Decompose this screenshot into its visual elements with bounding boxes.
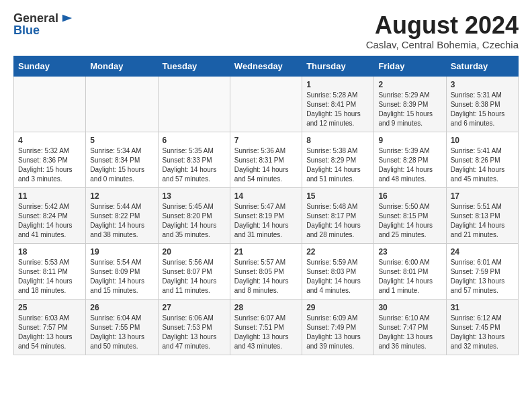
day-number: 4 [18, 136, 81, 145]
logo: General Blue [13, 12, 73, 38]
location-subtitle: Caslav, Central Bohemia, Czechia [366, 39, 519, 50]
day-number: 23 [378, 247, 441, 257]
day-info: Sunrise: 5:39 AM Sunset: 8:28 PM Dayligh… [378, 146, 441, 184]
day-number: 7 [234, 136, 298, 145]
header-monday: Monday [86, 56, 158, 76]
calendar-cell [230, 76, 302, 132]
calendar-cell [86, 76, 158, 132]
day-info: Sunrise: 5:32 AM Sunset: 8:36 PM Dayligh… [18, 146, 81, 184]
calendar-cell: 26Sunrise: 6:04 AM Sunset: 7:55 PM Dayli… [86, 299, 158, 355]
week-row-3: 11Sunrise: 5:42 AM Sunset: 8:24 PM Dayli… [14, 187, 519, 243]
calendar-cell: 30Sunrise: 6:10 AM Sunset: 7:47 PM Dayli… [374, 299, 446, 355]
calendar-cell: 25Sunrise: 6:03 AM Sunset: 7:57 PM Dayli… [14, 299, 86, 355]
calendar-cell: 7Sunrise: 5:36 AM Sunset: 8:31 PM Daylig… [230, 132, 302, 187]
day-info: Sunrise: 6:07 AM Sunset: 7:51 PM Dayligh… [234, 314, 298, 351]
calendar-cell: 15Sunrise: 5:48 AM Sunset: 8:17 PM Dayli… [302, 187, 374, 243]
calendar-cell: 16Sunrise: 5:50 AM Sunset: 8:15 PM Dayli… [374, 187, 446, 243]
day-number: 16 [378, 191, 441, 201]
header-tuesday: Tuesday [158, 56, 230, 76]
day-number: 3 [451, 80, 514, 89]
calendar-cell [158, 76, 230, 132]
calendar-cell: 21Sunrise: 5:57 AM Sunset: 8:05 PM Dayli… [230, 243, 302, 299]
day-info: Sunrise: 5:28 AM Sunset: 8:41 PM Dayligh… [306, 91, 369, 128]
day-number: 9 [378, 136, 441, 145]
day-number: 2 [378, 80, 441, 89]
calendar-header-row: SundayMondayTuesdayWednesdayThursdayFrid… [14, 56, 519, 76]
day-info: Sunrise: 5:29 AM Sunset: 8:39 PM Dayligh… [378, 91, 441, 128]
day-info: Sunrise: 5:51 AM Sunset: 8:13 PM Dayligh… [451, 202, 514, 240]
day-info: Sunrise: 5:31 AM Sunset: 8:38 PM Dayligh… [451, 91, 514, 128]
day-number: 6 [163, 136, 226, 145]
day-info: Sunrise: 5:35 AM Sunset: 8:33 PM Dayligh… [163, 146, 226, 184]
calendar-cell: 20Sunrise: 5:56 AM Sunset: 8:07 PM Dayli… [158, 243, 230, 299]
calendar-cell: 6Sunrise: 5:35 AM Sunset: 8:33 PM Daylig… [158, 132, 230, 187]
header-thursday: Thursday [302, 56, 374, 76]
week-row-4: 18Sunrise: 5:53 AM Sunset: 8:11 PM Dayli… [14, 243, 519, 299]
day-number: 24 [451, 247, 514, 257]
logo-flag-icon [61, 13, 73, 25]
day-info: Sunrise: 5:57 AM Sunset: 8:05 PM Dayligh… [234, 258, 298, 295]
day-info: Sunrise: 6:06 AM Sunset: 7:53 PM Dayligh… [163, 314, 226, 351]
day-number: 10 [451, 136, 514, 145]
day-info: Sunrise: 5:47 AM Sunset: 8:19 PM Dayligh… [234, 202, 298, 240]
calendar-cell: 18Sunrise: 5:53 AM Sunset: 8:11 PM Dayli… [14, 243, 86, 299]
calendar-cell [14, 76, 86, 132]
month-year-title: August 2024 [366, 12, 519, 39]
day-number: 22 [306, 247, 369, 257]
day-info: Sunrise: 5:36 AM Sunset: 8:31 PM Dayligh… [234, 146, 298, 184]
day-number: 5 [90, 136, 153, 145]
header-friday: Friday [374, 56, 446, 76]
day-number: 28 [234, 303, 298, 312]
day-number: 15 [306, 191, 369, 201]
day-info: Sunrise: 5:38 AM Sunset: 8:29 PM Dayligh… [306, 146, 369, 184]
week-row-1: 1Sunrise: 5:28 AM Sunset: 8:41 PM Daylig… [14, 76, 519, 132]
calendar-cell: 23Sunrise: 6:00 AM Sunset: 8:01 PM Dayli… [374, 243, 446, 299]
day-info: Sunrise: 5:59 AM Sunset: 8:03 PM Dayligh… [306, 258, 369, 295]
calendar-cell: 4Sunrise: 5:32 AM Sunset: 8:36 PM Daylig… [14, 132, 86, 187]
day-info: Sunrise: 6:10 AM Sunset: 7:47 PM Dayligh… [378, 314, 441, 351]
day-number: 27 [163, 303, 226, 312]
day-number: 26 [90, 303, 153, 312]
day-number: 17 [451, 191, 514, 201]
day-number: 18 [18, 247, 81, 257]
day-number: 19 [90, 247, 153, 257]
page-header: General Blue August 2024 Caslav, Central… [0, 0, 532, 56]
day-info: Sunrise: 5:48 AM Sunset: 8:17 PM Dayligh… [306, 202, 369, 240]
day-info: Sunrise: 5:50 AM Sunset: 8:15 PM Dayligh… [378, 202, 441, 240]
day-number: 21 [234, 247, 298, 257]
week-row-2: 4Sunrise: 5:32 AM Sunset: 8:36 PM Daylig… [14, 132, 519, 187]
day-info: Sunrise: 5:42 AM Sunset: 8:24 PM Dayligh… [18, 202, 81, 240]
day-number: 8 [306, 136, 369, 145]
day-info: Sunrise: 5:54 AM Sunset: 8:09 PM Dayligh… [90, 258, 153, 295]
calendar-cell: 28Sunrise: 6:07 AM Sunset: 7:51 PM Dayli… [230, 299, 302, 355]
day-info: Sunrise: 5:56 AM Sunset: 8:07 PM Dayligh… [163, 258, 226, 295]
calendar-cell: 10Sunrise: 5:41 AM Sunset: 8:26 PM Dayli… [446, 132, 518, 187]
calendar-cell: 2Sunrise: 5:29 AM Sunset: 8:39 PM Daylig… [374, 76, 446, 132]
calendar-cell: 14Sunrise: 5:47 AM Sunset: 8:19 PM Dayli… [230, 187, 302, 243]
calendar-cell: 12Sunrise: 5:44 AM Sunset: 8:22 PM Dayli… [86, 187, 158, 243]
day-info: Sunrise: 5:45 AM Sunset: 8:20 PM Dayligh… [163, 202, 226, 240]
day-number: 13 [163, 191, 226, 201]
calendar-cell: 29Sunrise: 6:09 AM Sunset: 7:49 PM Dayli… [302, 299, 374, 355]
day-info: Sunrise: 6:09 AM Sunset: 7:49 PM Dayligh… [306, 314, 369, 351]
header-sunday: Sunday [14, 56, 86, 76]
calendar-cell: 3Sunrise: 5:31 AM Sunset: 8:38 PM Daylig… [446, 76, 518, 132]
day-info: Sunrise: 5:53 AM Sunset: 8:11 PM Dayligh… [18, 258, 81, 295]
header-wednesday: Wednesday [230, 56, 302, 76]
calendar-cell: 9Sunrise: 5:39 AM Sunset: 8:28 PM Daylig… [374, 132, 446, 187]
day-number: 12 [90, 191, 153, 201]
calendar-cell: 22Sunrise: 5:59 AM Sunset: 8:03 PM Dayli… [302, 243, 374, 299]
day-number: 14 [234, 191, 298, 201]
logo-blue: Blue [13, 24, 40, 37]
day-number: 31 [451, 303, 514, 312]
day-info: Sunrise: 6:12 AM Sunset: 7:45 PM Dayligh… [451, 314, 514, 351]
day-info: Sunrise: 6:04 AM Sunset: 7:55 PM Dayligh… [90, 314, 153, 351]
day-info: Sunrise: 6:00 AM Sunset: 8:01 PM Dayligh… [378, 258, 441, 295]
day-number: 11 [18, 191, 81, 201]
calendar-cell: 8Sunrise: 5:38 AM Sunset: 8:29 PM Daylig… [302, 132, 374, 187]
day-info: Sunrise: 5:44 AM Sunset: 8:22 PM Dayligh… [90, 202, 153, 240]
day-info: Sunrise: 5:34 AM Sunset: 8:34 PM Dayligh… [90, 146, 153, 184]
calendar-cell: 5Sunrise: 5:34 AM Sunset: 8:34 PM Daylig… [86, 132, 158, 187]
day-number: 30 [378, 303, 441, 312]
calendar-container: SundayMondayTuesdayWednesdayThursdayFrid… [0, 56, 532, 362]
